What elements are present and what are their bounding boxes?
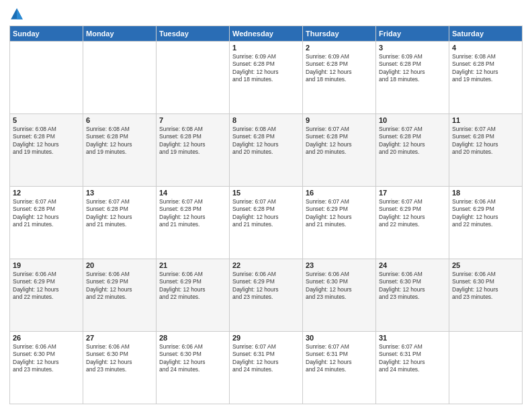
weekday-header-wednesday: Wednesday: [230, 26, 303, 42]
logo-icon: [9, 7, 24, 21]
weekday-header-thursday: Thursday: [303, 26, 376, 42]
day-info: Sunrise: 6:07 AM Sunset: 6:28 PM Dayligh…: [13, 198, 80, 229]
day-cell: 28Sunrise: 6:06 AM Sunset: 6:30 PM Dayli…: [157, 332, 230, 404]
day-info: Sunrise: 6:07 AM Sunset: 6:28 PM Dayligh…: [159, 198, 226, 229]
day-info: Sunrise: 6:08 AM Sunset: 6:28 PM Dayligh…: [232, 126, 300, 156]
weekday-header-saturday: Saturday: [449, 26, 523, 42]
day-cell: 2Sunrise: 6:09 AM Sunset: 6:28 PM Daylig…: [303, 42, 376, 114]
day-cell: 12Sunrise: 6:07 AM Sunset: 6:28 PM Dayli…: [10, 187, 83, 259]
day-number: 14: [159, 189, 226, 197]
day-cell: 31Sunrise: 6:07 AM Sunset: 6:31 PM Dayli…: [376, 332, 449, 404]
week-row-2: 12Sunrise: 6:07 AM Sunset: 6:28 PM Dayli…: [10, 187, 523, 259]
day-number: 5: [13, 116, 80, 124]
day-info: Sunrise: 6:06 AM Sunset: 6:30 PM Dayligh…: [379, 271, 446, 302]
day-number: 31: [379, 334, 446, 342]
day-cell: 13Sunrise: 6:07 AM Sunset: 6:28 PM Dayli…: [83, 187, 157, 259]
day-info: Sunrise: 6:06 AM Sunset: 6:30 PM Dayligh…: [159, 343, 226, 374]
day-cell: 25Sunrise: 6:06 AM Sunset: 6:30 PM Dayli…: [449, 259, 523, 332]
weekday-header-tuesday: Tuesday: [157, 26, 230, 42]
day-info: Sunrise: 6:07 AM Sunset: 6:31 PM Dayligh…: [379, 343, 446, 374]
day-cell: 7Sunrise: 6:08 AM Sunset: 6:28 PM Daylig…: [157, 114, 230, 187]
day-number: 23: [306, 261, 373, 269]
day-cell: 1Sunrise: 6:09 AM Sunset: 6:28 PM Daylig…: [230, 42, 303, 114]
day-number: 20: [86, 261, 153, 269]
header: [9, 7, 523, 21]
day-cell: 17Sunrise: 6:07 AM Sunset: 6:29 PM Dayli…: [376, 187, 449, 259]
calendar-page: SundayMondayTuesdayWednesdayThursdayFrid…: [0, 0, 532, 411]
day-number: 6: [86, 116, 153, 124]
day-info: Sunrise: 6:09 AM Sunset: 6:28 PM Dayligh…: [232, 53, 300, 84]
day-info: Sunrise: 6:07 AM Sunset: 6:28 PM Dayligh…: [379, 126, 446, 156]
day-info: Sunrise: 6:08 AM Sunset: 6:28 PM Dayligh…: [13, 126, 80, 156]
day-cell: 14Sunrise: 6:07 AM Sunset: 6:28 PM Dayli…: [157, 187, 230, 259]
day-info: Sunrise: 6:06 AM Sunset: 6:30 PM Dayligh…: [306, 271, 373, 302]
day-cell: 30Sunrise: 6:07 AM Sunset: 6:31 PM Dayli…: [303, 332, 376, 404]
day-info: Sunrise: 6:06 AM Sunset: 6:30 PM Dayligh…: [13, 343, 80, 374]
day-number: 29: [232, 334, 300, 342]
day-number: 21: [159, 261, 226, 269]
day-number: 28: [159, 334, 226, 342]
day-cell: [157, 42, 230, 114]
week-row-0: 1Sunrise: 6:09 AM Sunset: 6:28 PM Daylig…: [10, 42, 523, 114]
day-cell: 22Sunrise: 6:06 AM Sunset: 6:29 PM Dayli…: [230, 259, 303, 332]
day-number: 27: [86, 334, 153, 342]
day-info: Sunrise: 6:09 AM Sunset: 6:28 PM Dayligh…: [306, 53, 373, 84]
weekday-header-monday: Monday: [83, 26, 157, 42]
day-cell: 15Sunrise: 6:07 AM Sunset: 6:28 PM Dayli…: [230, 187, 303, 259]
day-number: 30: [306, 334, 373, 342]
day-number: 26: [13, 334, 80, 342]
day-number: 15: [232, 189, 300, 197]
day-cell: 4Sunrise: 6:08 AM Sunset: 6:28 PM Daylig…: [449, 42, 523, 114]
logo: [9, 7, 26, 21]
day-info: Sunrise: 6:08 AM Sunset: 6:28 PM Dayligh…: [452, 53, 519, 84]
day-info: Sunrise: 6:07 AM Sunset: 6:29 PM Dayligh…: [379, 198, 446, 229]
day-cell: [449, 332, 523, 404]
day-cell: 10Sunrise: 6:07 AM Sunset: 6:28 PM Dayli…: [376, 114, 449, 187]
day-info: Sunrise: 6:07 AM Sunset: 6:29 PM Dayligh…: [306, 198, 373, 229]
day-cell: 23Sunrise: 6:06 AM Sunset: 6:30 PM Dayli…: [303, 259, 376, 332]
day-info: Sunrise: 6:08 AM Sunset: 6:28 PM Dayligh…: [86, 126, 153, 156]
day-number: 8: [232, 116, 300, 124]
day-info: Sunrise: 6:07 AM Sunset: 6:28 PM Dayligh…: [306, 126, 373, 156]
calendar-table: SundayMondayTuesdayWednesdayThursdayFrid…: [9, 26, 523, 404]
weekday-header-friday: Friday: [376, 26, 449, 42]
day-cell: [83, 42, 157, 114]
day-number: 13: [86, 189, 153, 197]
day-cell: 19Sunrise: 6:06 AM Sunset: 6:29 PM Dayli…: [10, 259, 83, 332]
week-row-4: 26Sunrise: 6:06 AM Sunset: 6:30 PM Dayli…: [10, 332, 523, 404]
day-info: Sunrise: 6:07 AM Sunset: 6:31 PM Dayligh…: [306, 343, 373, 374]
day-number: 3: [379, 44, 446, 52]
day-info: Sunrise: 6:06 AM Sunset: 6:29 PM Dayligh…: [86, 271, 153, 302]
day-number: 16: [306, 189, 373, 197]
day-info: Sunrise: 6:09 AM Sunset: 6:28 PM Dayligh…: [379, 53, 446, 84]
day-cell: 21Sunrise: 6:06 AM Sunset: 6:29 PM Dayli…: [157, 259, 230, 332]
day-cell: [10, 42, 83, 114]
day-cell: 20Sunrise: 6:06 AM Sunset: 6:29 PM Dayli…: [83, 259, 157, 332]
day-number: 1: [232, 44, 300, 52]
day-number: 18: [452, 189, 519, 197]
day-cell: 29Sunrise: 6:07 AM Sunset: 6:31 PM Dayli…: [230, 332, 303, 404]
day-number: 11: [452, 116, 519, 124]
week-row-3: 19Sunrise: 6:06 AM Sunset: 6:29 PM Dayli…: [10, 259, 523, 332]
day-cell: 3Sunrise: 6:09 AM Sunset: 6:28 PM Daylig…: [376, 42, 449, 114]
day-number: 25: [452, 261, 519, 269]
day-number: 17: [379, 189, 446, 197]
day-info: Sunrise: 6:06 AM Sunset: 6:29 PM Dayligh…: [232, 271, 300, 302]
day-info: Sunrise: 6:06 AM Sunset: 6:30 PM Dayligh…: [452, 271, 519, 302]
day-cell: 5Sunrise: 6:08 AM Sunset: 6:28 PM Daylig…: [10, 114, 83, 187]
day-info: Sunrise: 6:06 AM Sunset: 6:29 PM Dayligh…: [159, 271, 226, 302]
day-cell: 11Sunrise: 6:07 AM Sunset: 6:28 PM Dayli…: [449, 114, 523, 187]
day-info: Sunrise: 6:07 AM Sunset: 6:28 PM Dayligh…: [452, 126, 519, 156]
day-cell: 24Sunrise: 6:06 AM Sunset: 6:30 PM Dayli…: [376, 259, 449, 332]
day-number: 19: [13, 261, 80, 269]
day-number: 9: [306, 116, 373, 124]
day-cell: 8Sunrise: 6:08 AM Sunset: 6:28 PM Daylig…: [230, 114, 303, 187]
day-cell: 6Sunrise: 6:08 AM Sunset: 6:28 PM Daylig…: [83, 114, 157, 187]
day-cell: 27Sunrise: 6:06 AM Sunset: 6:30 PM Dayli…: [83, 332, 157, 404]
day-number: 4: [452, 44, 519, 52]
day-info: Sunrise: 6:06 AM Sunset: 6:30 PM Dayligh…: [86, 343, 153, 374]
day-cell: 9Sunrise: 6:07 AM Sunset: 6:28 PM Daylig…: [303, 114, 376, 187]
day-cell: 18Sunrise: 6:06 AM Sunset: 6:29 PM Dayli…: [449, 187, 523, 259]
week-row-1: 5Sunrise: 6:08 AM Sunset: 6:28 PM Daylig…: [10, 114, 523, 187]
day-info: Sunrise: 6:07 AM Sunset: 6:28 PM Dayligh…: [86, 198, 153, 229]
